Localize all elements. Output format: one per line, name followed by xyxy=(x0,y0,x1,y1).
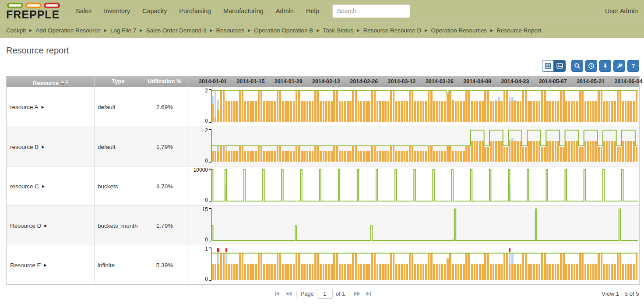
menu-item-inventory[interactable]: Inventory xyxy=(98,4,136,18)
breadcrumb-item[interactable]: Sales Order Demand 3 xyxy=(146,27,206,34)
next-page-icon xyxy=(354,291,361,297)
table-view-button[interactable] xyxy=(542,60,554,72)
expand-caret-icon[interactable]: ▶ xyxy=(42,105,44,109)
menu-item-sales[interactable]: Sales xyxy=(70,4,98,18)
time-buckets-button[interactable] xyxy=(585,60,597,72)
date-column-header: 2014-01-01 xyxy=(199,76,227,87)
expand-caret-icon[interactable]: ▶ xyxy=(42,145,44,149)
frepple-logo[interactable]: FREPPLE xyxy=(6,2,60,20)
utilization-cell: 1.79% xyxy=(142,127,187,166)
chart-cell: 20 xyxy=(187,127,639,166)
column-header-resource[interactable]: Resource1 xyxy=(7,76,95,88)
date-column-header: 2014-02-12 xyxy=(312,76,340,87)
table-row: resource B▶default1.79%20 xyxy=(7,127,639,166)
graph-view-button[interactable] xyxy=(554,60,566,72)
table-row: resource C▶buckets3.70%100000 xyxy=(7,166,639,205)
date-column-header: 2014-05-21 xyxy=(577,76,605,87)
date-column-header: 2014-03-26 xyxy=(426,76,454,87)
chart-cell: 10 xyxy=(187,245,639,285)
last-page-icon xyxy=(366,291,372,297)
resource-link[interactable]: resource C xyxy=(10,183,39,190)
first-page-button[interactable] xyxy=(273,291,281,297)
table-row: Resource E▶infinite5.39%10 xyxy=(7,245,639,284)
utilization-chart xyxy=(211,129,638,163)
search-filter-button[interactable] xyxy=(571,60,583,72)
menu-item-capacity[interactable]: Capacity xyxy=(136,4,173,18)
menu-item-purchasing[interactable]: Purchasing xyxy=(173,4,217,18)
chart-cell: 150 xyxy=(187,206,639,245)
export-button[interactable] xyxy=(599,60,611,72)
pagination-bar: | Page of 1 | View 1 - 5 of 5 xyxy=(6,285,640,302)
breadcrumb-item[interactable]: Log File 7 xyxy=(110,27,136,34)
customize-button[interactable] xyxy=(613,60,625,72)
column-header-resource-label: Resource xyxy=(33,80,59,86)
breadcrumb-separator-icon: ▶ xyxy=(248,28,250,32)
menu-item-manufacturing[interactable]: Manufacturing xyxy=(217,4,270,18)
resource-link[interactable]: Resource E xyxy=(10,262,41,269)
user-menu[interactable]: User Admin xyxy=(605,7,638,14)
resource-name-cell: resource A▶ xyxy=(7,87,95,127)
y-axis-min-label: 0 xyxy=(205,276,208,282)
resource-link[interactable]: resource A xyxy=(10,104,39,110)
content-area: Resource report xyxy=(0,46,644,302)
question-icon: ? xyxy=(632,63,635,69)
search-input[interactable] xyxy=(332,4,410,18)
y-axis: 20 xyxy=(187,89,211,123)
utilization-cell: 5.39% xyxy=(142,245,187,285)
last-page-button[interactable] xyxy=(365,291,373,297)
type-cell: default xyxy=(95,87,142,127)
logo-capsules-icon xyxy=(7,3,60,8)
search-icon xyxy=(574,63,581,69)
utilization-chart xyxy=(211,169,638,202)
breadcrumb-item[interactable]: Resource Resource D xyxy=(363,27,421,34)
breadcrumb-separator-icon: ▶ xyxy=(210,28,212,32)
breadcrumb-item[interactable]: Resource Report xyxy=(496,27,541,34)
resource-name-cell: resource C▶ xyxy=(7,166,95,206)
breadcrumb-item[interactable]: Add Operation Resource xyxy=(35,27,101,34)
sort-order-superscript: 1 xyxy=(66,79,68,84)
view-range-label: View 1 - 5 of 5 xyxy=(602,290,639,297)
column-header-type[interactable]: Type xyxy=(95,76,142,88)
date-column-header: 2014-05-07 xyxy=(539,76,567,87)
page-input[interactable] xyxy=(317,289,333,299)
chart-cell: 20 xyxy=(187,87,639,127)
y-axis-min-label: 0 xyxy=(205,237,208,243)
menu-item-help[interactable]: Help xyxy=(300,4,325,18)
breadcrumb-item[interactable]: Operation Resources xyxy=(431,27,487,34)
y-axis: 100000 xyxy=(187,169,211,202)
y-axis: 150 xyxy=(187,208,211,241)
breadcrumb-item[interactable]: Operation Operation B xyxy=(254,27,313,34)
menu-item-admin[interactable]: Admin xyxy=(270,4,300,18)
resource-name-cell: resource B▶ xyxy=(7,127,95,166)
breadcrumb-item[interactable]: Cockpit xyxy=(6,27,26,34)
expand-caret-icon[interactable]: ▶ xyxy=(42,184,45,188)
next-page-button[interactable] xyxy=(353,291,362,297)
breadcrumb: Cockpit▶Add Operation Resource▶Log File … xyxy=(0,22,644,38)
utilization-cell: 3.70% xyxy=(142,166,187,206)
resource-link[interactable]: Resource D xyxy=(10,223,41,229)
date-column-header: 2014-01-15 xyxy=(236,76,264,87)
top-navigation-bar: FREPPLE SalesInventoryCapacityPurchasing… xyxy=(0,0,644,22)
y-axis: 10 xyxy=(187,247,211,281)
type-cell: infinite xyxy=(95,245,142,285)
prev-page-icon xyxy=(285,291,292,297)
table-icon xyxy=(545,63,551,69)
column-header-utilization[interactable]: Utilization % xyxy=(142,76,187,88)
utilization-chart xyxy=(211,208,638,241)
prev-page-button[interactable] xyxy=(284,291,293,297)
expand-caret-icon[interactable]: ▶ xyxy=(44,263,47,267)
utilization-cell: 1.79% xyxy=(142,206,187,245)
expand-caret-icon[interactable]: ▶ xyxy=(44,224,47,228)
breadcrumb-separator-icon: ▶ xyxy=(490,28,493,32)
y-axis: 20 xyxy=(187,129,211,163)
type-cell: default xyxy=(95,127,142,166)
type-cell: buckets_month xyxy=(95,206,142,245)
breadcrumb-item[interactable]: Task Status xyxy=(323,27,354,34)
date-column-header: 2014-04-23 xyxy=(501,76,529,87)
help-button[interactable]: ? xyxy=(627,60,639,72)
resource-report-table: Resource1 Type Utilization % 2014-01-012… xyxy=(6,76,640,285)
breadcrumb-item[interactable]: Resources xyxy=(216,27,245,34)
resource-link[interactable]: resource B xyxy=(10,144,39,150)
first-page-icon xyxy=(274,291,280,297)
type-cell: buckets xyxy=(95,166,142,206)
